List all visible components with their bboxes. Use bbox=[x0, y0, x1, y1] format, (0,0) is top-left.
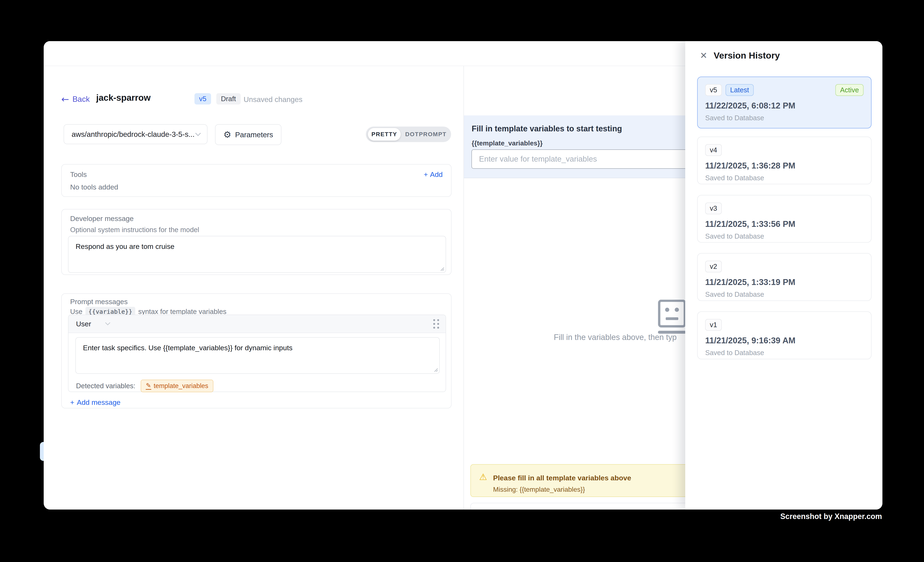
version-history-header: ✕ Version History bbox=[685, 41, 882, 61]
prompt-messages-label: Prompt messages bbox=[70, 297, 128, 306]
model-select-value: aws/anthropic/bedrock-claude-3-5-s... bbox=[72, 130, 195, 139]
back-label: Back bbox=[72, 95, 90, 104]
toggle-pretty[interactable]: PRETTY bbox=[368, 128, 400, 140]
app-window: ← Back jack-sparrow v5 Draft Unsaved cha… bbox=[44, 41, 882, 510]
drag-handle[interactable] bbox=[433, 319, 440, 329]
version-saved-status: Saved to Database bbox=[705, 174, 764, 182]
add-message-label: Add message bbox=[77, 398, 120, 407]
developer-message-input[interactable]: Respond as you are tom cruise bbox=[68, 236, 446, 273]
back-button[interactable]: ← Back bbox=[62, 95, 90, 104]
page-title: jack-sparrow bbox=[96, 93, 151, 103]
prompt-messages-section: Prompt messages Use {{variable}} syntax … bbox=[62, 293, 452, 408]
tools-label: Tools bbox=[70, 170, 87, 179]
version-card-v5[interactable]: v5 Latest Active 11/22/2025, 6:08:12 PM … bbox=[697, 76, 872, 129]
message-block: User Enter task specifics. Use {{templat… bbox=[68, 315, 446, 392]
version-label: v1 bbox=[705, 319, 722, 331]
version-card-v1[interactable]: v1 11/21/2025, 9:16:39 AM Saved to Datab… bbox=[697, 311, 872, 359]
empty-state-text: Fill in the variables above, then typ bbox=[554, 333, 676, 342]
user-message-input[interactable]: Enter task specifics. Use {{template_var… bbox=[75, 337, 440, 374]
unsaved-changes-label: Unsaved changes bbox=[244, 95, 302, 104]
version-date: 11/22/2025, 6:08:12 PM bbox=[705, 101, 795, 111]
version-label: v3 bbox=[705, 203, 722, 214]
developer-message-section: Developer message Optional system instru… bbox=[62, 209, 452, 275]
tools-empty-text: No tools added bbox=[70, 183, 118, 191]
version-card-v2[interactable]: v2 11/21/2025, 1:33:19 PM Saved to Datab… bbox=[697, 253, 872, 301]
version-history-title: Version History bbox=[714, 50, 780, 61]
version-saved-status: Saved to Database bbox=[705, 349, 764, 357]
version-label: v2 bbox=[705, 261, 722, 272]
version-date: 11/21/2025, 1:33:56 PM bbox=[705, 219, 795, 229]
add-message-button[interactable]: + Add message bbox=[70, 398, 120, 407]
add-tool-label: Add bbox=[430, 170, 443, 179]
template-variables-title: Fill in template variables to start test… bbox=[472, 124, 622, 133]
warning-title: Please fill in all template variables ab… bbox=[493, 474, 631, 482]
version-badge: v5 bbox=[195, 93, 211, 105]
template-variable-name: {{template_variables}} bbox=[472, 139, 543, 147]
parameters-label: Parameters bbox=[235, 130, 273, 139]
version-saved-status: Saved to Database bbox=[705, 232, 764, 240]
latest-badge: Latest bbox=[726, 84, 754, 96]
role-select[interactable]: User bbox=[76, 320, 91, 328]
developer-message-hint: Optional system instructions for the mod… bbox=[70, 226, 199, 234]
version-saved-status: Saved to Database bbox=[705, 290, 764, 298]
pencil-icon: ✎ bbox=[146, 383, 151, 390]
variable-chip-label: template_variables bbox=[154, 382, 208, 390]
plus-icon: + bbox=[424, 170, 428, 179]
version-history-panel: ✕ Version History v5 Latest Active 11/22… bbox=[685, 41, 882, 510]
close-icon[interactable]: ✕ bbox=[700, 51, 707, 60]
screenshot-watermark: Screenshot by Xnapper.com bbox=[780, 512, 882, 521]
warning-icon: ⚠ bbox=[479, 472, 487, 481]
toggle-dotprompt[interactable]: DOTPROMPT bbox=[403, 128, 449, 140]
version-date: 11/21/2025, 1:33:19 PM bbox=[705, 277, 795, 287]
detected-variables-row: Detected variables: ✎ template_variables bbox=[76, 380, 213, 392]
version-card-v3[interactable]: v3 11/21/2025, 1:33:56 PM Saved to Datab… bbox=[697, 195, 872, 242]
add-tool-button[interactable]: + Add bbox=[424, 170, 442, 179]
view-mode-toggle[interactable]: PRETTY DOTPROMPT bbox=[366, 127, 451, 142]
version-card-v4[interactable]: v4 11/21/2025, 1:36:28 PM Saved to Datab… bbox=[697, 137, 872, 184]
draft-badge: Draft bbox=[216, 93, 241, 105]
version-date: 11/21/2025, 9:16:39 AM bbox=[705, 336, 795, 345]
template-variable-input[interactable] bbox=[471, 149, 691, 169]
version-label: v4 bbox=[705, 144, 722, 156]
developer-message-label: Developer message bbox=[70, 214, 134, 223]
back-arrow-icon: ← bbox=[62, 95, 69, 104]
plus-icon: + bbox=[70, 398, 74, 407]
chevron-down-icon bbox=[195, 132, 201, 136]
active-badge: Active bbox=[836, 84, 864, 96]
detected-variables-label: Detected variables: bbox=[76, 382, 135, 390]
parameters-button[interactable]: ⚙ Parameters bbox=[215, 124, 281, 145]
chevron-down-icon[interactable] bbox=[105, 322, 111, 326]
model-select[interactable]: aws/anthropic/bedrock-claude-3-5-s... bbox=[64, 124, 207, 144]
variable-chip[interactable]: ✎ template_variables bbox=[141, 380, 213, 392]
version-date: 11/21/2025, 1:36:28 PM bbox=[705, 161, 795, 170]
robot-icon bbox=[656, 300, 688, 335]
version-saved-status: Saved to Database bbox=[705, 114, 764, 122]
warning-missing-text: Missing: {{template_variables}} bbox=[493, 486, 585, 493]
version-label: v5 bbox=[705, 84, 722, 96]
tools-section: Tools + Add No tools added bbox=[62, 164, 452, 197]
gear-icon: ⚙ bbox=[224, 130, 231, 139]
message-header: User bbox=[69, 315, 446, 333]
